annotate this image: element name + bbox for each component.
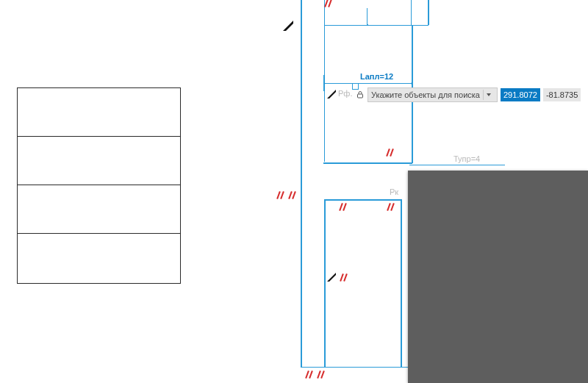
tick-line (368, 24, 368, 25)
label-rf: Рф. (338, 89, 352, 98)
section-arrow-icon (327, 90, 337, 100)
hatch-mark-icon (287, 192, 299, 199)
svg-marker-2 (327, 273, 336, 282)
extension-line[interactable] (411, 0, 412, 25)
edge-line[interactable] (323, 162, 412, 164)
tooltip-pane (408, 171, 588, 383)
edge-line[interactable] (324, 199, 401, 201)
dim-line[interactable] (324, 83, 412, 84)
hatch-mark-icon (323, 0, 335, 7)
edge-line[interactable] (301, 0, 302, 368)
table-row[interactable] (18, 185, 180, 234)
table-row[interactable] (18, 234, 180, 282)
command-prompt[interactable]: Укажите объекты для поиска (368, 87, 498, 102)
svg-rect-3 (358, 94, 363, 98)
extension-line[interactable] (367, 8, 368, 25)
hatch-mark-icon (385, 149, 397, 157)
leader-line[interactable] (409, 165, 505, 165)
dynamic-input-bar: Укажите объекты для поиска 291.8072 -81.… (356, 88, 581, 101)
edge-line[interactable] (428, 0, 429, 25)
label-rk: Рк (390, 187, 398, 196)
command-prompt-text: Укажите объекты для поиска (371, 90, 480, 99)
dim-label-lapl: Lапл=12 (360, 72, 393, 81)
dim-arrow-right: → (406, 79, 415, 87)
lock-icon (356, 90, 365, 99)
hatch-mark-icon (316, 371, 328, 379)
hatch-mark-icon (339, 274, 351, 282)
title-block-table[interactable] (17, 87, 181, 284)
hatch-mark-icon (386, 204, 398, 211)
hatch-mark-icon (304, 371, 316, 379)
edge-line[interactable] (401, 199, 402, 367)
section-arrow-icon (283, 21, 293, 31)
coord-x-input[interactable]: 291.8072 (501, 88, 540, 101)
svg-marker-0 (283, 21, 293, 31)
section-arrow-icon (327, 273, 337, 283)
drawing-canvas[interactable]: { "left_table": { "rows": 4 }, "drawing"… (0, 0, 588, 383)
svg-marker-1 (327, 90, 336, 99)
label-tupr: Тупр=4 (453, 154, 480, 163)
coord-y-input[interactable]: -81.8735 (543, 88, 581, 101)
table-row[interactable] (18, 137, 180, 185)
edge-line[interactable] (324, 199, 326, 367)
svg-marker-4 (487, 93, 491, 96)
dim-arrow-left: ← (322, 79, 331, 87)
chevron-down-icon[interactable] (483, 90, 494, 100)
hatch-mark-icon (338, 204, 350, 211)
table-row[interactable] (18, 88, 180, 137)
hatch-mark-icon (276, 192, 287, 199)
